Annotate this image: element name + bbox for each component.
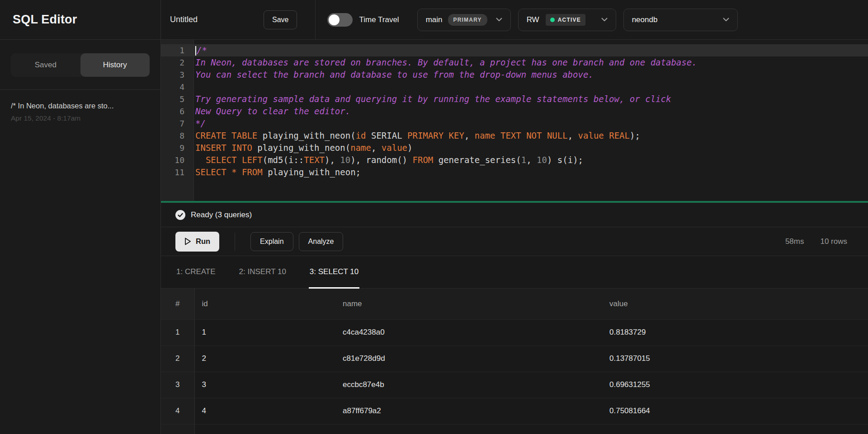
chevron-down-icon [496, 18, 502, 22]
row-index-cell: 2 [161, 345, 194, 372]
tab-saved[interactable]: Saved [11, 53, 80, 77]
primary-badge: PRIMARY [448, 14, 487, 26]
actions-divider [235, 233, 235, 251]
code-line-content: New Query to clear the editor. [193, 105, 350, 117]
query-name[interactable]: Untitled [170, 15, 264, 24]
compute-name: RW [527, 15, 539, 24]
row-index-cell: 4 [161, 398, 194, 424]
sidebar-tabs: Saved History [0, 40, 160, 90]
history-list-item[interactable]: /* In Neon, databases are sto... Apr 15,… [0, 90, 160, 122]
results-table: #idnamevalue 11c4ca4238a00.818372922c81e… [161, 289, 868, 434]
sidebar-header: SQL Editor [0, 0, 160, 40]
row-index-cell: 5 [161, 424, 194, 434]
status-row: Ready (3 queries) [161, 203, 868, 227]
time-travel-toggle[interactable] [327, 13, 353, 27]
time-travel-label: Time Travel [359, 15, 399, 24]
database-name: neondb [632, 15, 658, 24]
table-row: 44a87ff679a20.75081664 [161, 398, 868, 424]
active-status-label: ACTIVE [558, 17, 581, 23]
execution-stats: 58ms 10 rows [785, 237, 847, 246]
editor-topbar: Untitled Save Time Travel main PRIMARY R… [161, 0, 868, 40]
data-cell: 0.69631255 [602, 372, 868, 398]
history-item-timestamp: Apr 15, 2024 - 8:17am [11, 114, 150, 122]
line-number: 2 [161, 56, 193, 69]
explain-button[interactable]: Explain [250, 232, 293, 251]
row-index-cell: 3 [161, 372, 194, 398]
code-editor[interactable]: 1/*2In Neon, databases are stored on bra… [161, 40, 868, 201]
active-status-dot [550, 18, 555, 22]
line-number: 5 [161, 93, 193, 105]
result-row-count: 10 rows [820, 237, 847, 246]
main-panel: Untitled Save Time Travel main PRIMARY R… [161, 0, 868, 434]
row-index-cell: 1 [161, 319, 194, 345]
editor-line: 3You can select the branch and database … [161, 69, 868, 81]
status-text: Ready (3 queries) [191, 210, 252, 219]
results-tab-1[interactable]: 1: CREATE [175, 256, 217, 289]
code-line-content: SELECT * FROM playing_with_neon; [193, 166, 361, 178]
actions-row: Run Explain Analyze 58ms 10 rows [161, 227, 868, 256]
column-header-id: id [194, 289, 335, 319]
editor-line: 11SELECT * FROM playing_with_neon; [161, 166, 868, 178]
results-body: 11c4ca4238a00.818372922c81e728d9d0.13787… [161, 319, 868, 434]
code-line-content: You can select the branch and database t… [193, 69, 594, 81]
table-row: 22c81e728d9d0.13787015 [161, 345, 868, 372]
data-cell: e4da3b7fbb [335, 424, 602, 434]
data-cell: 0.75081664 [602, 398, 868, 424]
column-header-row-number: # [161, 289, 194, 319]
line-number: 11 [161, 166, 193, 178]
saved-history-segmented-control: Saved History [11, 53, 150, 77]
save-button[interactable]: Save [264, 10, 297, 29]
editor-line: 5Try generating sample data and querying… [161, 93, 868, 105]
page-title: SQL Editor [13, 13, 77, 27]
text-cursor [195, 46, 196, 56]
analyze-button[interactable]: Analyze [299, 232, 344, 251]
editor-line: 9INSERT INTO playing_with_neon(name, val… [161, 142, 868, 154]
code-line-content: SELECT LEFT(md5(i::TEXT), 10), random() … [193, 154, 583, 166]
sidebar: SQL Editor Saved History /* In Neon, dat… [0, 0, 161, 434]
line-number: 4 [161, 81, 193, 93]
chevron-down-icon [723, 18, 729, 22]
editor-line: 7*/ [161, 117, 868, 130]
data-cell: 4 [194, 398, 335, 424]
data-cell: 0.2768157 [602, 424, 868, 434]
play-icon [184, 238, 191, 245]
data-cell: 3 [194, 372, 335, 398]
results-tab-2[interactable]: 2: INSERT 10 [238, 256, 287, 289]
data-cell: eccbc87e4b [335, 372, 602, 398]
data-cell: 5 [194, 424, 335, 434]
branch-select[interactable]: main PRIMARY [417, 9, 511, 31]
results-panel: 1: CREATE2: INSERT 103: SELECT 10 #idnam… [161, 256, 868, 434]
table-row: 11c4ca4238a00.8183729 [161, 319, 868, 345]
check-circle-icon [175, 210, 185, 220]
column-header-name: name [335, 289, 602, 319]
data-cell: c81e728d9d [335, 345, 602, 372]
line-number: 8 [161, 130, 193, 142]
data-cell: 0.13787015 [602, 345, 868, 372]
data-cell: c4ca4238a0 [335, 319, 602, 345]
line-number: 7 [161, 117, 193, 130]
line-number: 3 [161, 69, 193, 81]
chevron-down-icon [601, 18, 608, 22]
compute-select[interactable]: RW ACTIVE [518, 9, 616, 31]
data-cell: 0.8183729 [602, 319, 868, 345]
editor-line: 10 SELECT LEFT(md5(i::TEXT), 10), random… [161, 154, 868, 166]
code-line-content: /* [193, 44, 207, 56]
code-line-content: In Neon, databases are stored on branche… [193, 56, 697, 69]
history-item-title: /* In Neon, databases are sto... [11, 102, 150, 110]
tab-history[interactable]: History [80, 53, 150, 77]
column-header-value: value [602, 289, 868, 319]
results-tabs: 1: CREATE2: INSERT 103: SELECT 10 [161, 256, 868, 289]
results-header-row: #idnamevalue [161, 289, 868, 319]
line-number: 1 [161, 44, 193, 56]
data-cell: 2 [194, 345, 335, 372]
editor-line: 1/* [161, 44, 868, 56]
line-number: 10 [161, 154, 193, 166]
query-duration: 58ms [785, 237, 804, 246]
toggle-knob [329, 14, 340, 25]
code-line-content: Try generating sample data and querying … [193, 93, 671, 105]
results-tab-3[interactable]: 3: SELECT 10 [309, 256, 359, 289]
database-select[interactable]: neondb [623, 9, 738, 31]
run-button[interactable]: Run [175, 232, 219, 252]
active-status-badge: ACTIVE [546, 14, 585, 26]
code-line-content: INSERT INTO playing_with_neon(name, valu… [193, 142, 413, 154]
